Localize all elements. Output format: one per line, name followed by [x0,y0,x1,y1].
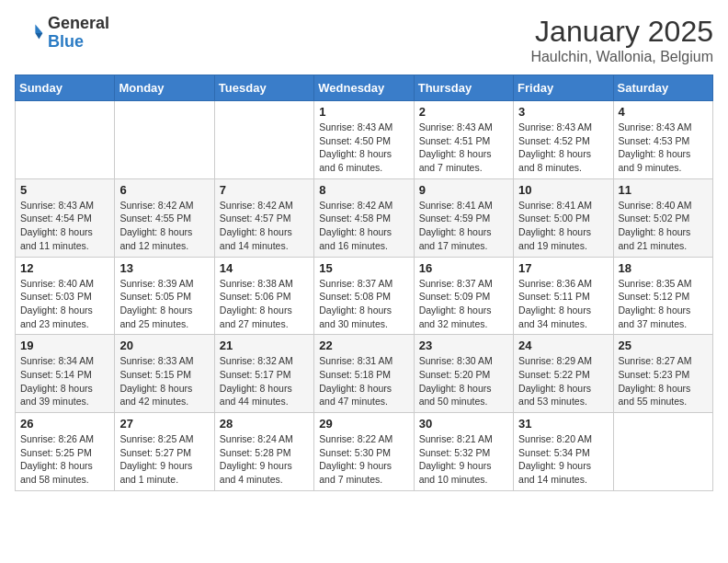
logo-blue: Blue [48,32,84,51]
day-info: Sunrise: 8:22 AM Sunset: 5:30 PM Dayligh… [319,432,408,487]
calendar-cell [16,101,115,179]
day-number: 27 [119,417,209,431]
day-info: Sunrise: 8:40 AM Sunset: 5:03 PM Dayligh… [20,277,109,331]
calendar-cell: 5Sunrise: 8:43 AM Sunset: 4:54 PM Daylig… [16,178,115,257]
day-number: 24 [518,339,608,352]
calendar: SundayMondayTuesdayWednesdayThursdayFrid… [15,75,713,491]
calendar-cell: 2Sunrise: 8:43 AM Sunset: 4:51 PM Daylig… [414,101,513,179]
day-number: 3 [518,105,608,119]
calendar-week-row: 19Sunrise: 8:34 AM Sunset: 5:14 PM Dayli… [16,335,713,413]
day-info: Sunrise: 8:34 AM Sunset: 5:14 PM Dayligh… [20,354,109,408]
day-number: 31 [518,417,608,431]
day-info: Sunrise: 8:42 AM Sunset: 4:58 PM Dayligh… [319,199,408,253]
logo-general: General [48,14,109,32]
day-info: Sunrise: 8:21 AM Sunset: 5:32 PM Dayligh… [419,432,508,487]
weekday-header-row: SundayMondayTuesdayWednesdayThursdayFrid… [16,75,713,101]
calendar-cell: 6Sunrise: 8:42 AM Sunset: 4:55 PM Daylig… [115,178,214,257]
day-info: Sunrise: 8:36 AM Sunset: 5:11 PM Dayligh… [518,277,608,331]
title-block: January 2025 Haulchin, Wallonia, Belgium [530,15,713,65]
weekday-header: Monday [115,75,214,101]
day-number: 13 [119,261,209,275]
day-number: 9 [419,183,508,197]
calendar-cell: 24Sunrise: 8:29 AM Sunset: 5:22 PM Dayli… [514,335,613,413]
calendar-week-row: 5Sunrise: 8:43 AM Sunset: 4:54 PM Daylig… [16,178,713,257]
calendar-cell: 20Sunrise: 8:33 AM Sunset: 5:15 PM Dayli… [115,335,214,413]
day-number: 5 [20,183,109,197]
calendar-week-row: 1Sunrise: 8:43 AM Sunset: 4:50 PM Daylig… [16,101,713,179]
day-info: Sunrise: 8:25 AM Sunset: 5:27 PM Dayligh… [119,432,209,487]
calendar-cell: 10Sunrise: 8:41 AM Sunset: 5:00 PM Dayli… [514,178,613,257]
day-number: 17 [518,261,608,275]
day-number: 11 [619,183,708,197]
day-info: Sunrise: 8:26 AM Sunset: 5:25 PM Dayligh… [20,432,109,487]
day-info: Sunrise: 8:33 AM Sunset: 5:15 PM Dayligh… [119,354,209,408]
weekday-header: Thursday [414,75,513,101]
calendar-cell: 17Sunrise: 8:36 AM Sunset: 5:11 PM Dayli… [514,257,613,335]
calendar-cell: 11Sunrise: 8:40 AM Sunset: 5:02 PM Dayli… [613,178,712,257]
day-number: 10 [518,183,608,197]
calendar-cell: 7Sunrise: 8:42 AM Sunset: 4:57 PM Daylig… [214,178,313,257]
calendar-cell: 3Sunrise: 8:43 AM Sunset: 4:52 PM Daylig… [514,101,613,179]
day-number: 15 [319,261,408,275]
day-info: Sunrise: 8:43 AM Sunset: 4:53 PM Dayligh… [619,121,708,175]
weekday-header: Tuesday [214,75,313,101]
calendar-cell [613,413,712,491]
calendar-cell [115,101,214,179]
day-number: 23 [419,339,508,352]
day-number: 4 [619,105,708,119]
month-title: January 2025 [530,15,713,49]
calendar-cell: 22Sunrise: 8:31 AM Sunset: 5:18 PM Dayli… [314,335,414,413]
calendar-cell: 28Sunrise: 8:24 AM Sunset: 5:28 PM Dayli… [214,413,313,491]
day-number: 7 [220,183,309,197]
day-info: Sunrise: 8:20 AM Sunset: 5:34 PM Dayligh… [518,432,608,487]
day-number: 8 [319,183,408,197]
calendar-cell: 12Sunrise: 8:40 AM Sunset: 5:03 PM Dayli… [16,257,115,335]
day-number: 16 [419,261,508,275]
day-number: 18 [619,261,708,275]
logo-text: General Blue [48,15,109,52]
calendar-cell: 16Sunrise: 8:37 AM Sunset: 5:09 PM Dayli… [414,257,513,335]
calendar-cell [214,101,313,179]
calendar-cell: 31Sunrise: 8:20 AM Sunset: 5:34 PM Dayli… [514,413,613,491]
day-info: Sunrise: 8:42 AM Sunset: 4:57 PM Dayligh… [220,199,309,253]
weekday-header: Sunday [16,75,115,101]
day-number: 22 [319,339,408,352]
day-number: 21 [220,339,309,352]
calendar-cell: 1Sunrise: 8:43 AM Sunset: 4:50 PM Daylig… [314,101,414,179]
svg-marker-1 [35,33,42,39]
day-info: Sunrise: 8:31 AM Sunset: 5:18 PM Dayligh… [319,354,408,408]
day-info: Sunrise: 8:41 AM Sunset: 5:00 PM Dayligh… [518,199,608,253]
day-info: Sunrise: 8:43 AM Sunset: 4:51 PM Dayligh… [419,121,508,175]
calendar-cell: 14Sunrise: 8:38 AM Sunset: 5:06 PM Dayli… [214,257,313,335]
logo: General Blue [15,15,109,52]
day-number: 19 [20,339,109,352]
day-info: Sunrise: 8:37 AM Sunset: 5:08 PM Dayligh… [319,277,408,331]
day-info: Sunrise: 8:41 AM Sunset: 4:59 PM Dayligh… [419,199,508,253]
calendar-cell: 19Sunrise: 8:34 AM Sunset: 5:14 PM Dayli… [16,335,115,413]
day-info: Sunrise: 8:37 AM Sunset: 5:09 PM Dayligh… [419,277,508,331]
day-number: 2 [419,105,508,119]
calendar-week-row: 26Sunrise: 8:26 AM Sunset: 5:25 PM Dayli… [16,413,713,491]
day-number: 25 [619,339,708,352]
day-info: Sunrise: 8:43 AM Sunset: 4:54 PM Dayligh… [20,199,109,253]
day-info: Sunrise: 8:30 AM Sunset: 5:20 PM Dayligh… [419,354,508,408]
calendar-cell: 9Sunrise: 8:41 AM Sunset: 4:59 PM Daylig… [414,178,513,257]
day-number: 14 [220,261,309,275]
calendar-cell: 29Sunrise: 8:22 AM Sunset: 5:30 PM Dayli… [314,413,414,491]
day-info: Sunrise: 8:40 AM Sunset: 5:02 PM Dayligh… [619,199,708,253]
day-info: Sunrise: 8:29 AM Sunset: 5:22 PM Dayligh… [518,354,608,408]
weekday-header: Friday [514,75,613,101]
logo-icon [15,18,44,48]
location: Haulchin, Wallonia, Belgium [530,49,713,65]
day-info: Sunrise: 8:32 AM Sunset: 5:17 PM Dayligh… [220,354,309,408]
calendar-cell: 18Sunrise: 8:35 AM Sunset: 5:12 PM Dayli… [613,257,712,335]
calendar-cell: 23Sunrise: 8:30 AM Sunset: 5:20 PM Dayli… [414,335,513,413]
day-info: Sunrise: 8:24 AM Sunset: 5:28 PM Dayligh… [220,432,309,487]
calendar-cell: 21Sunrise: 8:32 AM Sunset: 5:17 PM Dayli… [214,335,313,413]
day-number: 12 [20,261,109,275]
calendar-cell: 26Sunrise: 8:26 AM Sunset: 5:25 PM Dayli… [16,413,115,491]
page-header: General Blue January 2025 Haulchin, Wall… [15,15,713,65]
day-number: 1 [319,105,408,119]
day-info: Sunrise: 8:39 AM Sunset: 5:05 PM Dayligh… [119,277,209,331]
svg-marker-0 [35,24,42,33]
